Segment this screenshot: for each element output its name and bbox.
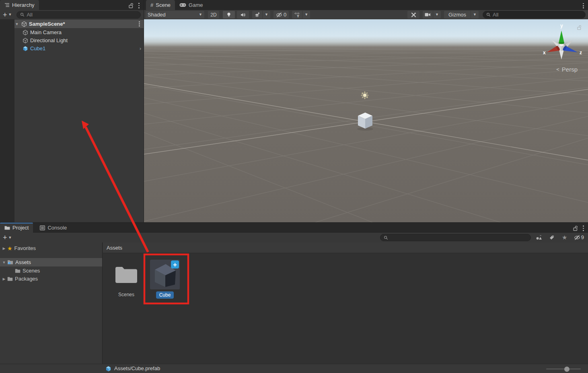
scene-kebab-menu-icon[interactable] xyxy=(139,21,140,27)
lock-icon[interactable] xyxy=(573,225,578,231)
tab-game[interactable]: Game xyxy=(175,0,207,10)
favorites-filter-button[interactable]: ★ xyxy=(559,234,571,241)
eye-off-icon xyxy=(574,235,580,240)
hierarchy-item-main-camera[interactable]: Main Camera xyxy=(14,28,144,37)
project-main-pane: Assets Scenes + xyxy=(103,242,588,364)
shading-mode-dropdown[interactable]: Shaded ▼ xyxy=(146,11,204,18)
sidebar-item-packages[interactable]: ▶ Packages xyxy=(0,275,102,283)
video-camera-icon xyxy=(425,12,431,17)
sidebar-scenes-label: Scenes xyxy=(23,268,40,274)
hierarchy-panel: Hierarchy + ▼ All xyxy=(0,0,144,222)
scene-viewport[interactable]: y x z < Persp xyxy=(144,19,588,222)
scene-tools-button[interactable] xyxy=(407,11,419,18)
shading-mode-label: Shaded xyxy=(146,11,197,18)
scene-name: SampleScene* xyxy=(29,21,65,27)
gamepad-icon xyxy=(179,3,186,7)
hierarchy-search-input[interactable]: All xyxy=(16,11,141,18)
gizmos-dropdown[interactable]: Gizmos ▼ xyxy=(444,11,479,18)
viewport-lock-icon[interactable] xyxy=(577,25,582,30)
search-by-label-button[interactable] xyxy=(546,234,558,241)
hidden-count: 0 xyxy=(284,12,286,18)
eye-off-icon xyxy=(276,12,282,18)
hierarchy-search-placeholder: All xyxy=(27,12,32,18)
project-visibility-toggle[interactable]: 9 xyxy=(572,234,586,241)
effects-dropdown[interactable]: ▼ xyxy=(252,11,270,18)
tab-project-label: Project xyxy=(12,225,29,231)
assets-breadcrumb-label: Assets xyxy=(107,245,122,251)
tab-hierarchy-label: Hierarchy xyxy=(12,2,35,8)
scene-ground-grid xyxy=(144,19,588,222)
console-icon xyxy=(40,225,45,230)
asset-label: Scenes xyxy=(118,292,134,297)
chevron-down-icon: ▼ xyxy=(199,13,202,16)
tab-hierarchy[interactable]: Hierarchy xyxy=(0,0,39,10)
slider-handle[interactable] xyxy=(564,367,569,372)
thumbnail-zoom-slider[interactable] xyxy=(546,369,581,369)
plus-icon: + xyxy=(3,234,7,241)
chevron-right-icon[interactable]: › xyxy=(140,45,141,51)
sidebar-item-scenes[interactable]: Scenes xyxy=(0,266,102,275)
axis-x-label[interactable]: x xyxy=(543,50,546,55)
tag-icon xyxy=(549,235,555,240)
project-sidebar: ▶ ★ Favorites ▼ Assets Scenes ▶ xyxy=(0,242,103,364)
hierarchy-item-label: Directional Light xyxy=(30,37,68,43)
axis-z-label[interactable]: z xyxy=(580,50,582,55)
tab-scene[interactable]: # Scene xyxy=(146,0,175,10)
star-icon: ★ xyxy=(7,245,12,252)
scene-row-samplescene[interactable]: ▼ SampleScene* xyxy=(14,20,144,28)
chevron-down-icon: ▼ xyxy=(8,13,12,16)
scene-search-input[interactable]: All xyxy=(483,11,586,18)
expander-down-icon[interactable]: ▼ xyxy=(2,260,6,264)
asset-item-scenes-folder[interactable]: Scenes xyxy=(107,260,146,297)
scene-camera-dropdown[interactable]: ▼ xyxy=(423,11,441,18)
star-icon: ★ xyxy=(562,234,567,241)
scene-visibility-toggle[interactable]: 0 xyxy=(273,11,289,18)
assets-breadcrumb[interactable]: Assets xyxy=(103,242,588,253)
effects-sparkle-icon xyxy=(254,12,260,18)
kebab-menu-icon[interactable] xyxy=(583,225,584,231)
expander-right-icon[interactable]: ▶ xyxy=(2,246,6,250)
lighting-toggle-button[interactable] xyxy=(223,11,235,18)
project-panel: Project Console + ▼ xyxy=(0,222,588,373)
tab-scene-label: Scene xyxy=(156,2,171,8)
kebab-menu-icon[interactable] xyxy=(583,3,584,8)
axis-y-label[interactable]: y xyxy=(560,23,563,29)
search-by-type-button[interactable] xyxy=(533,234,545,241)
grid-visibility-dropdown[interactable]: Y ▼ xyxy=(292,11,310,18)
gameobject-cube-icon xyxy=(23,38,28,43)
tab-project[interactable]: Project xyxy=(0,223,33,233)
search-icon xyxy=(20,12,25,17)
scene-panel: # Scene Game Shaded ▼ 2D xyxy=(144,0,588,222)
create-asset-button[interactable]: + ▼ xyxy=(3,234,12,241)
tab-console[interactable]: Console xyxy=(35,223,71,233)
hierarchy-item-cube1[interactable]: Cube1 › xyxy=(14,44,144,53)
scene-search-placeholder: All xyxy=(493,12,498,18)
create-menu-button[interactable]: + ▼ xyxy=(3,11,12,18)
scene-cube-object[interactable] xyxy=(357,113,373,131)
projection-toggle[interactable]: < Persp xyxy=(556,66,578,73)
sidebar-assets-label: Assets xyxy=(15,259,31,265)
gizmos-label: Gizmos xyxy=(444,11,471,18)
plus-icon: + xyxy=(3,11,7,18)
kebab-menu-icon[interactable] xyxy=(138,3,140,8)
unity-scene-icon xyxy=(21,21,27,27)
expander-down-icon[interactable]: ▼ xyxy=(14,22,19,26)
toggle-2d-button[interactable]: 2D xyxy=(208,11,219,18)
sidebar-item-favorites[interactable]: ▶ ★ Favorites xyxy=(0,244,102,252)
hierarchy-item-directional-light[interactable]: Directional Light xyxy=(14,36,144,45)
hierarchy-item-label: Cube1 xyxy=(30,45,45,51)
project-status-bar: Assets/Cube.prefab xyxy=(0,364,588,373)
audio-toggle-button[interactable] xyxy=(237,11,249,18)
search-icon xyxy=(486,12,491,17)
gameobject-cube-icon xyxy=(23,30,28,35)
expander-right-icon[interactable]: ▶ xyxy=(2,277,6,281)
folder-icon xyxy=(115,260,138,289)
sidebar-item-assets[interactable]: ▼ Assets xyxy=(0,258,102,266)
asset-item-cube-prefab[interactable]: + Cube xyxy=(146,260,184,299)
lock-icon[interactable] xyxy=(128,3,134,8)
crossed-tools-icon xyxy=(411,12,417,18)
project-search-input[interactable] xyxy=(380,234,531,241)
hierarchy-tree: ▼ SampleScene* Main Camera Directional L… xyxy=(0,19,144,222)
chevron-down-icon: ▼ xyxy=(304,13,308,16)
sun-icon[interactable] xyxy=(361,92,369,99)
